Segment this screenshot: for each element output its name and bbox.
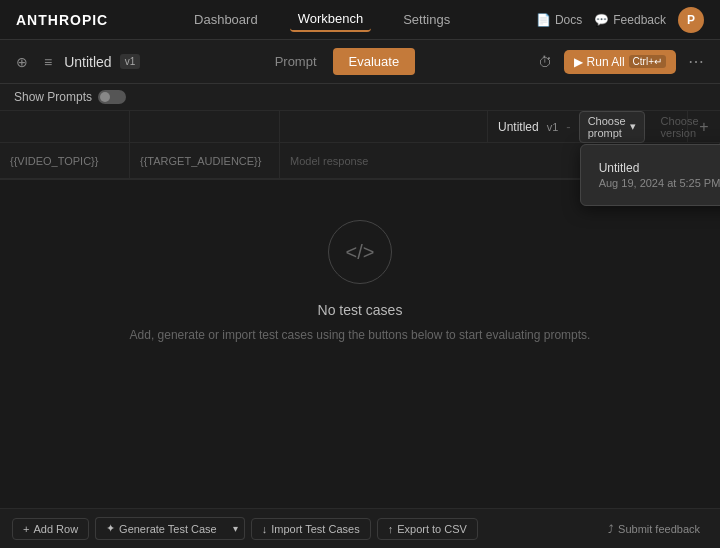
export-to-csv-button[interactable]: ↑ Export to CSV (377, 518, 478, 540)
play-icon: ▶ (574, 55, 583, 69)
plus-icon: + (23, 523, 29, 535)
generate-wrapper: ✦ Generate Test Case ▾ (95, 517, 245, 540)
toolbar-left: ⊕ ≡ Untitled v1 (12, 50, 140, 74)
table-container: Untitled v1 - Choose prompt ▾ Untitled A… (0, 111, 720, 180)
top-nav: ANTHROPIC Dashboard Workbench Settings 📄… (0, 0, 720, 40)
chevron-down-icon: ▾ (630, 120, 636, 133)
list-icon[interactable]: ≡ (40, 50, 56, 74)
table-cell-video-topic: {{VIDEO_TOPIC}} (0, 143, 130, 178)
submit-feedback-button[interactable]: ⤴ Submit feedback (600, 519, 708, 539)
dropdown-item-title: Untitled (599, 161, 720, 175)
empty-state-subtitle: Add, generate or import test cases using… (130, 328, 591, 342)
nav-dashboard[interactable]: Dashboard (186, 8, 266, 31)
new-doc-icon[interactable]: ⊕ (12, 50, 32, 74)
dropdown-item-date: Aug 19, 2024 at 5:25 PM (599, 177, 720, 189)
import-icon: ↓ (262, 523, 268, 535)
docs-link[interactable]: 📄 Docs (536, 13, 582, 27)
nav-settings[interactable]: Settings (395, 8, 458, 31)
feedback-icon: 💬 (594, 13, 609, 27)
col-header-prompt: Untitled v1 - Choose prompt ▾ Untitled A… (488, 111, 688, 142)
prompt-dropdown: Untitled Aug 19, 2024 at 5:25 PM (580, 144, 720, 206)
choose-prompt-button[interactable]: Choose prompt ▾ Untitled Aug 19, 2024 at… (579, 111, 645, 143)
dropdown-item-untitled[interactable]: Untitled Aug 19, 2024 at 5:25 PM (589, 153, 720, 197)
col-header-1 (0, 111, 130, 142)
feedback-link[interactable]: 💬 Feedback (594, 13, 666, 27)
generate-dropdown-arrow[interactable]: ▾ (227, 517, 245, 540)
table-header-row: Untitled v1 - Choose prompt ▾ Untitled A… (0, 111, 720, 143)
shortcut-badge: Ctrl+↵ (629, 55, 666, 68)
version-badge: v1 (120, 54, 141, 69)
export-icon: ↑ (388, 523, 394, 535)
nav-workbench[interactable]: Workbench (290, 7, 372, 32)
bottom-toolbar-left: + Add Row ✦ Generate Test Case ▾ ↓ Impor… (12, 517, 478, 540)
nav-right: 📄 Docs 💬 Feedback P (536, 7, 704, 33)
tab-evaluate[interactable]: Evaluate (333, 48, 416, 75)
toolbar: ⊕ ≡ Untitled v1 Prompt Evaluate ⏱ ▶ Run … (0, 40, 720, 84)
more-options-icon[interactable]: ⋯ (684, 50, 708, 73)
bottom-toolbar: + Add Row ✦ Generate Test Case ▾ ↓ Impor… (0, 508, 720, 548)
prompt-dash: - (566, 119, 570, 134)
col-header-3 (280, 111, 488, 142)
choose-version-button[interactable]: Choose version (653, 112, 707, 142)
empty-state-title: No test cases (318, 302, 403, 318)
run-all-button[interactable]: ▶ Run All Ctrl+↵ (564, 50, 676, 74)
show-prompts-label: Show Prompts (14, 90, 92, 104)
table-cell-target-audience: {{TARGET_AUDIENCE}} (130, 143, 280, 178)
col-header-2 (130, 111, 280, 142)
nav-links: Dashboard Workbench Settings (186, 7, 458, 32)
tab-prompt[interactable]: Prompt (259, 48, 333, 75)
sparkle-icon: ✦ (106, 522, 115, 535)
brand-logo: ANTHROPIC (16, 12, 108, 28)
history-icon[interactable]: ⏱ (534, 50, 556, 74)
add-row-button[interactable]: + Add Row (12, 518, 89, 540)
generate-test-case-button[interactable]: ✦ Generate Test Case (95, 517, 227, 540)
show-prompts-bar: Show Prompts (0, 84, 720, 111)
toolbar-right: ⏱ ▶ Run All Ctrl+↵ ⋯ (534, 50, 708, 74)
avatar[interactable]: P (678, 7, 704, 33)
feedback-arrow-icon: ⤴ (608, 523, 614, 535)
import-test-cases-button[interactable]: ↓ Import Test Cases (251, 518, 371, 540)
empty-state: </> No test cases Add, generate or impor… (0, 180, 720, 382)
doc-title: Untitled (64, 54, 111, 70)
toolbar-tabs: Prompt Evaluate (259, 48, 416, 75)
prompt-version: v1 (547, 121, 559, 133)
docs-icon: 📄 (536, 13, 551, 27)
empty-state-icon: </> (328, 220, 392, 284)
prompt-name: Untitled (498, 120, 539, 134)
show-prompts-toggle[interactable] (98, 90, 126, 104)
